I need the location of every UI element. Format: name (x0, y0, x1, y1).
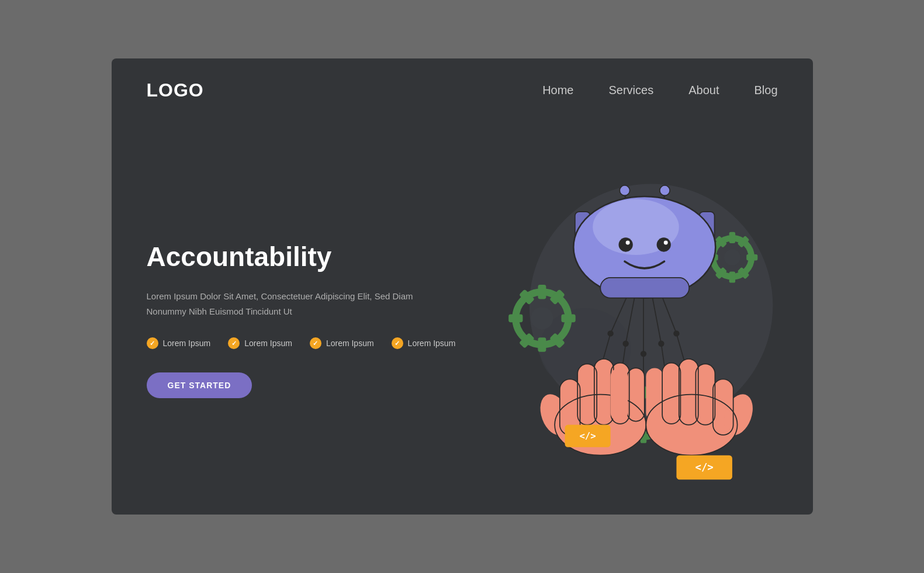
svg-rect-6 (561, 314, 575, 322)
checklist-label-3: Lorem Ipsum (326, 339, 374, 348)
checklist-label-1: Lorem Ipsum (163, 339, 211, 348)
checklist-item-3: Lorem Ipsum (310, 337, 374, 349)
svg-rect-15 (729, 271, 735, 282)
nav-item-about[interactable]: About (688, 84, 719, 97)
svg-rect-85 (600, 277, 689, 298)
navigation: Home Services About Blog (542, 84, 777, 97)
nav-item-services[interactable]: Services (609, 84, 654, 97)
svg-rect-14 (729, 232, 735, 243)
header: LOGO Home Services About Blog (112, 58, 813, 113)
hero-description: Lorem Ipsum Dolor Sit Amet, Consectetuer… (147, 289, 427, 319)
svg-point-82 (656, 237, 670, 251)
svg-point-81 (618, 237, 632, 251)
checklist-item-4: Lorem Ipsum (392, 337, 456, 349)
svg-rect-4 (538, 285, 546, 299)
logo: LOGO (147, 80, 204, 101)
nav-item-home[interactable]: Home (542, 84, 573, 97)
checklist-item-1: Lorem Ipsum (147, 337, 211, 349)
svg-rect-5 (538, 337, 546, 351)
hero-title: Accountability (147, 241, 494, 272)
checklist-label-4: Lorem Ipsum (408, 339, 456, 348)
svg-rect-63 (662, 363, 680, 423)
svg-point-13 (724, 249, 740, 265)
check-icon-2 (228, 337, 240, 349)
left-content: Accountability Lorem Ipsum Dolor Sit Ame… (147, 125, 494, 491)
svg-point-84 (663, 240, 667, 244)
svg-point-83 (625, 240, 629, 244)
svg-rect-61 (610, 368, 628, 421)
svg-rect-62 (646, 368, 663, 421)
svg-rect-52 (627, 368, 645, 421)
main-content: Accountability Lorem Ipsum Dolor Sit Ame… (112, 113, 813, 515)
checklist-item-2: Lorem Ipsum (228, 337, 292, 349)
svg-rect-7 (508, 314, 522, 322)
svg-point-40 (641, 351, 646, 356)
svg-point-75 (659, 185, 669, 195)
get-started-button[interactable]: GET STARTED (147, 372, 252, 398)
svg-point-46 (674, 331, 679, 336)
svg-point-43 (659, 341, 664, 346)
svg-text:</>: </> (695, 461, 713, 472)
svg-point-73 (620, 185, 629, 195)
svg-point-3 (531, 307, 553, 329)
check-icon-4 (392, 337, 403, 349)
svg-rect-16 (746, 254, 757, 260)
hero-illustration: </> </> (494, 127, 778, 489)
right-illustration: </> </> (494, 125, 778, 491)
checklist-label-2: Lorem Ipsum (244, 339, 292, 348)
svg-point-37 (623, 341, 628, 346)
page-wrapper: LOGO Home Services About Blog Accountabi… (112, 58, 813, 515)
svg-point-34 (608, 331, 613, 336)
svg-text:</>: </> (579, 430, 596, 441)
nav-item-blog[interactable]: Blog (754, 84, 777, 97)
check-icon-3 (310, 337, 321, 349)
check-icon-1 (147, 337, 158, 349)
checklist: Lorem Ipsum Lorem Ipsum Lorem Ipsum Lore… (147, 337, 494, 349)
